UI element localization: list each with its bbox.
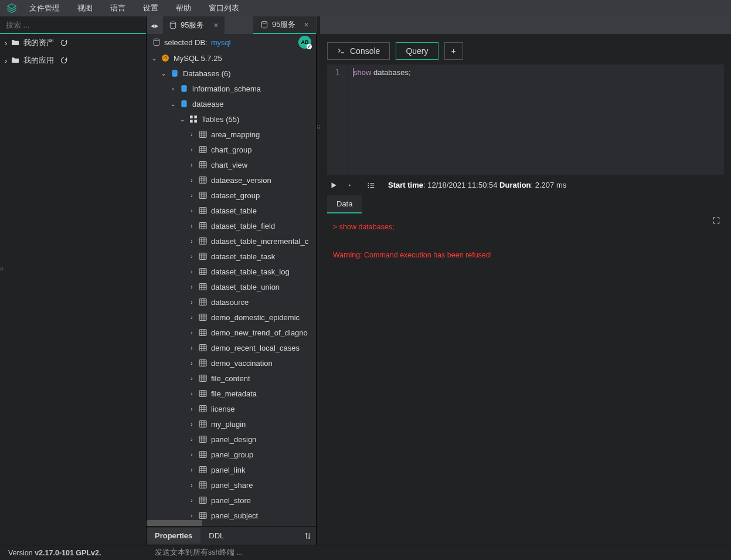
- editor-tab-1[interactable]: 95服务 ×: [253, 16, 316, 34]
- list-icon[interactable]: [366, 181, 376, 189]
- tree-table-row[interactable]: ›datasource: [147, 294, 316, 310]
- run-button-icon[interactable]: [328, 181, 339, 189]
- menu-view[interactable]: 视图: [70, 1, 100, 16]
- tree-table-row[interactable]: ›dataset_table_incremental_c: [147, 233, 316, 249]
- close-tab-icon[interactable]: ×: [213, 21, 218, 30]
- table-icon: [198, 419, 208, 429]
- tree-table-row[interactable]: ›dataset_table_union: [147, 279, 316, 294]
- tab-ddl[interactable]: DDL: [200, 528, 232, 544]
- search-box[interactable]: [0, 16, 146, 34]
- menu-lang[interactable]: 语言: [103, 1, 132, 16]
- tree-table-row[interactable]: ›demo_new_trend_of_diagno: [147, 325, 316, 340]
- table-icon: [198, 358, 208, 368]
- svg-point-41: [368, 186, 369, 188]
- table-icon: [198, 313, 208, 322]
- tree-table-row[interactable]: ›demo_recent_local_cases: [147, 340, 316, 355]
- sidebar-item-assets[interactable]: › 我的资产: [0, 34, 146, 52]
- tree-table-row[interactable]: ›chart_group: [147, 142, 316, 157]
- tree-table-row[interactable]: ›panel_store: [147, 493, 316, 508]
- tab-data[interactable]: Data: [327, 195, 362, 213]
- tree-label: dataease: [192, 100, 224, 108]
- run-toolbar: Start time: 12/18/2021 11:50:54 Duration…: [320, 175, 731, 195]
- svg-rect-29: [199, 391, 206, 397]
- tree-db-dataease[interactable]: ⌄ dataease: [147, 96, 316, 111]
- sort-icon[interactable]: [304, 532, 316, 540]
- tree-label: demo_domestic_epidemic: [211, 313, 300, 322]
- tree-table-row[interactable]: ›license: [147, 401, 316, 416]
- menu-winlist[interactable]: 窗口列表: [202, 1, 246, 16]
- menu-help[interactable]: 帮助: [169, 1, 198, 16]
- tree-table-row[interactable]: ›file_metadata: [147, 386, 316, 401]
- close-tab-icon[interactable]: ×: [304, 20, 308, 29]
- tree-label: file_content: [211, 374, 250, 383]
- tree-label: dataset_table_task: [211, 252, 275, 261]
- console-mode-button[interactable]: Console: [327, 42, 390, 60]
- query-mode-button[interactable]: Query: [396, 42, 438, 60]
- search-input[interactable]: [6, 21, 140, 29]
- tree-table-row[interactable]: ›dataset_table_task_log: [147, 264, 316, 279]
- tree-table-row[interactable]: ›demo_domestic_epidemic: [147, 310, 316, 325]
- indent-icon[interactable]: [347, 181, 358, 189]
- fullscreen-icon[interactable]: [712, 216, 720, 230]
- svg-point-1: [170, 22, 175, 24]
- app-logo-icon: [5, 1, 19, 15]
- horizontal-scrollbar[interactable]: [147, 520, 316, 526]
- sidebar-item-label: 我的应用: [23, 55, 54, 66]
- tree-table-row[interactable]: ›dataease_version: [147, 172, 316, 188]
- sql-editor[interactable]: 1 show databases;: [327, 65, 724, 175]
- table-icon: [198, 495, 208, 505]
- svg-rect-10: [190, 120, 193, 123]
- sidebar-item-apps[interactable]: › 我的应用: [0, 52, 146, 69]
- chevron-right-icon: ›: [189, 330, 195, 336]
- tree-label: chart_view: [211, 161, 247, 169]
- splitter-handle-icon[interactable]: ⠿: [0, 267, 4, 271]
- tree-table-row[interactable]: ›panel_subject: [147, 508, 316, 520]
- tree-label: panel_subject: [211, 511, 258, 520]
- tree-table-row[interactable]: ›dataset_table_task: [147, 249, 316, 264]
- tree-table-row[interactable]: ›panel_link: [147, 462, 316, 477]
- refresh-icon[interactable]: [60, 39, 68, 47]
- refresh-icon[interactable]: [60, 56, 68, 65]
- version-label: Version: [8, 549, 35, 557]
- tree-table-row[interactable]: ›dataset_table_field: [147, 218, 316, 233]
- tree-label: file_metadata: [211, 389, 257, 398]
- table-icon: [198, 252, 208, 261]
- chevron-right-icon: ›: [170, 86, 176, 92]
- tree-table-row[interactable]: ›panel_share: [147, 477, 316, 493]
- tree-label: dataset_table: [211, 206, 257, 215]
- tab-properties[interactable]: Properties: [147, 528, 200, 544]
- table-icon: [198, 465, 208, 474]
- tree-table-row[interactable]: ›file_content: [147, 371, 316, 386]
- db-tab-1[interactable]: 95服务 ×: [163, 16, 225, 34]
- selected-db-value[interactable]: mysql: [211, 38, 231, 47]
- selected-db-label: selected DB:: [164, 38, 208, 47]
- menu-file[interactable]: 文件管理: [22, 1, 67, 16]
- tree-server[interactable]: ⌄ MySQL 5.7.25: [147, 50, 316, 66]
- table-icon: [198, 343, 208, 352]
- tree-table-row[interactable]: ›panel_design: [147, 432, 316, 447]
- svg-rect-9: [194, 116, 197, 118]
- tree-table-row[interactable]: ›demo_vaccination: [147, 355, 316, 371]
- line-gutter: 1: [327, 65, 348, 175]
- tree-table-row[interactable]: ›panel_group: [147, 447, 316, 462]
- tree-table-row[interactable]: ›area_mapping: [147, 127, 316, 142]
- collapse-panel-icon[interactable]: ◂▸: [147, 16, 163, 34]
- tree-tables[interactable]: ⌄ Tables (55): [147, 111, 316, 127]
- svg-rect-33: [199, 452, 206, 458]
- tab-label: 95服务: [272, 19, 295, 30]
- tree-table-row[interactable]: ›my_plugin: [147, 416, 316, 432]
- tree-table-row[interactable]: ›chart_view: [147, 157, 316, 172]
- tree-label: information_schema: [192, 84, 261, 93]
- add-tab-button[interactable]: +: [444, 42, 463, 60]
- tree-db-info-schema[interactable]: › information_schema: [147, 81, 316, 96]
- vertical-splitter[interactable]: ⠿: [317, 16, 320, 545]
- menu-settings[interactable]: 设置: [136, 1, 165, 16]
- ab-badge[interactable]: AB✓: [298, 36, 311, 49]
- tree-databases[interactable]: ⌄ Databases (6): [147, 66, 316, 81]
- tree-table-row[interactable]: ›dataset_group: [147, 188, 316, 203]
- chevron-right-icon: ›: [189, 482, 195, 488]
- code-area[interactable]: show databases;: [348, 65, 724, 175]
- db-tree[interactable]: ⌄ MySQL 5.7.25 ⌄ Databases (6) › informa…: [147, 50, 316, 520]
- svg-rect-21: [199, 269, 206, 275]
- tree-table-row[interactable]: ›dataset_table: [147, 203, 316, 218]
